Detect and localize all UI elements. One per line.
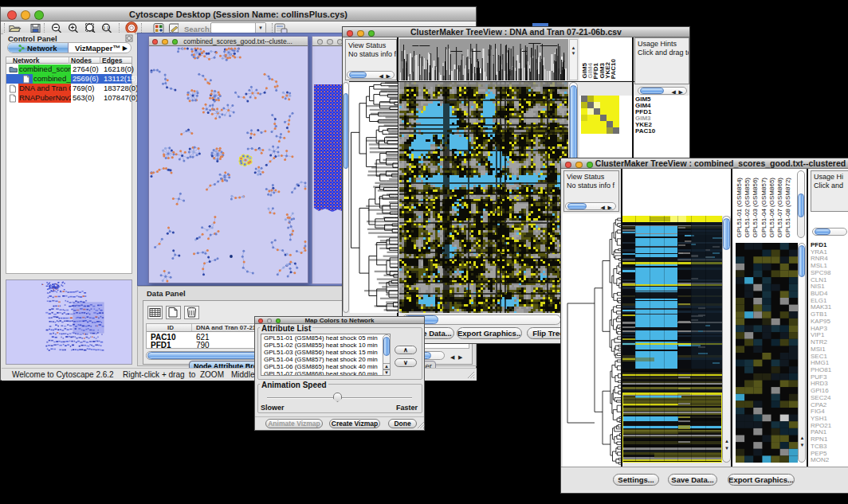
svg-text:1:1: 1:1: [104, 25, 109, 30]
